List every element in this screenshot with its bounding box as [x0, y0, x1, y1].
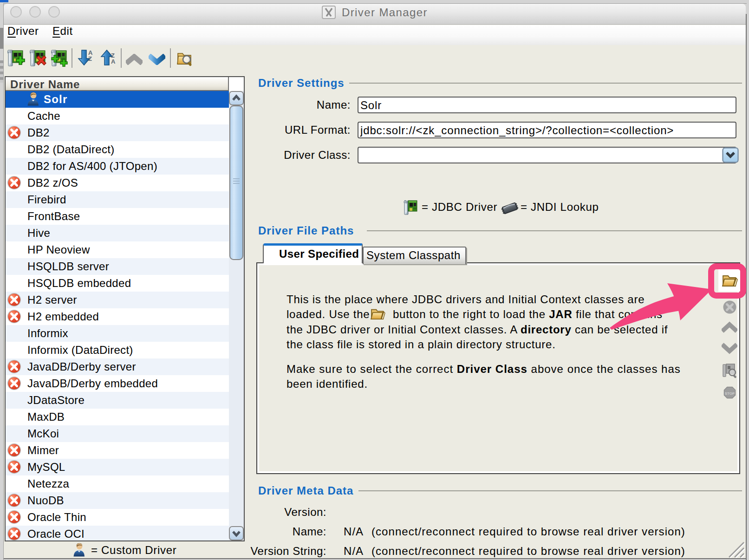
svg-text:Z: Z	[88, 55, 92, 62]
svg-text:STOP: STOP	[725, 391, 735, 396]
svg-text:A: A	[111, 58, 116, 65]
